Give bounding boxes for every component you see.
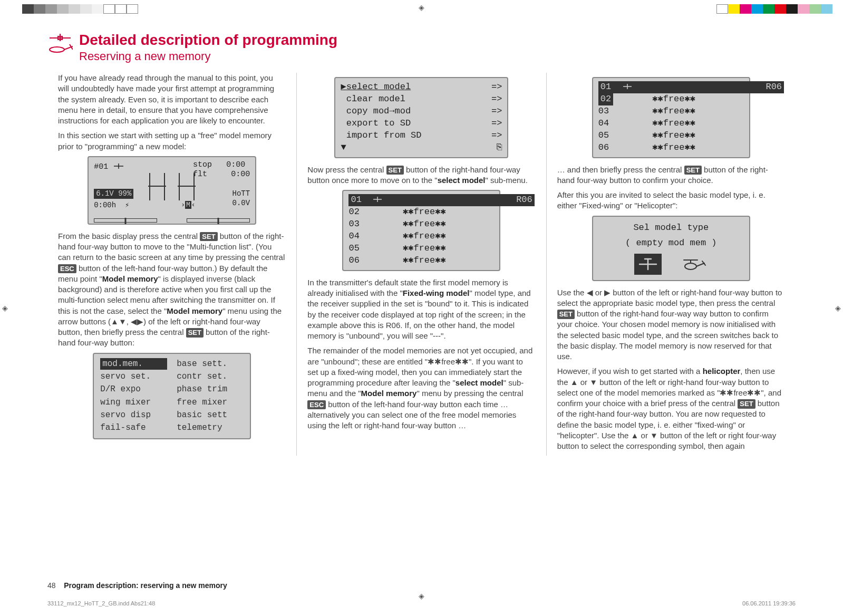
- footer: 48 Program description: reserving a new …: [47, 581, 227, 590]
- menu-item: wing mixer: [100, 397, 167, 408]
- column-2: ▶select model=> clear model=> copy mod→m…: [297, 73, 546, 456]
- menu-item: basic sett: [177, 409, 244, 421]
- print-file: 33112_mx12_HoTT_2_GB.indd Abs21:48: [47, 600, 155, 607]
- basic-slot: #01: [94, 162, 108, 171]
- basic-battery: 6.1V 99%: [94, 189, 133, 199]
- page-title: Detailed description of programming: [79, 32, 337, 49]
- stick-right-icon: [179, 173, 195, 200]
- screen-select-model-list: 01 R0602 ✱✱free✱✱ 03 ✱✱free✱✱ 04 ✱✱free✱…: [342, 190, 500, 271]
- basic-m-icon: ›M‹: [181, 200, 195, 210]
- helicopter-type-icon: [681, 254, 708, 275]
- basic-stop-lbl: stop: [193, 160, 212, 169]
- col3-p3: Use the ◀ or ▶ button of the left or rig…: [557, 287, 785, 362]
- col1-p2: In this section we start with setting up…: [58, 130, 286, 152]
- color-swatches-right: [716, 4, 832, 14]
- set-badge: SET: [186, 328, 204, 338]
- menu-item: base sett.: [177, 358, 244, 370]
- menu-item: mod.mem.: [100, 358, 167, 370]
- type-line2: ( empty mod mem ): [598, 237, 744, 249]
- page-subtitle: Reserving a new memory: [79, 50, 337, 63]
- menu-item: telemetry: [177, 422, 244, 434]
- col1-p1: If you have already read through the man…: [58, 73, 286, 126]
- set-badge: SET: [738, 399, 755, 409]
- svg-point-15: [685, 263, 696, 270]
- menu-item: D/R expo: [100, 383, 167, 395]
- screen-select-model-list-highlighted: 01 R0602 ✱✱free✱✱ 03 ✱✱free✱✱ 04 ✱✱free✱…: [592, 77, 750, 158]
- col2-p1: Now press the central SET button of the …: [307, 165, 535, 186]
- set-badge: SET: [386, 166, 404, 175]
- registration-mark-right: ◈: [835, 304, 841, 312]
- color-swatches-left: [11, 4, 138, 14]
- svg-point-3: [50, 47, 64, 52]
- basic-flt-val: 0:00: [231, 170, 250, 179]
- menu-item: contr set.: [177, 371, 244, 382]
- set-badge: SET: [200, 232, 217, 242]
- col1-p3: From the basic display press the central…: [58, 231, 286, 349]
- menu-item: fail-safe: [100, 422, 167, 434]
- basic-stop-val: 0:00: [226, 160, 245, 169]
- esc-badge: ESC: [307, 400, 326, 410]
- trim-right-icon: [187, 218, 250, 223]
- esc-badge: ESC: [58, 264, 76, 274]
- col3-p2: After this you are invited to select the…: [557, 190, 785, 211]
- basic-hott: HoTT: [232, 189, 250, 198]
- registration-mark-left: ◈: [2, 304, 8, 312]
- set-badge: SET: [557, 310, 575, 319]
- col2-p3: The remainder of the model memories are …: [307, 345, 535, 431]
- screen-sel-model-type: Sel model type ( empty mod mem ): [592, 216, 750, 281]
- print-metadata: 33112_mx12_HoTT_2_GB.indd Abs21:48 06.06…: [47, 600, 796, 607]
- set-badge: SET: [684, 166, 702, 175]
- col3-p4: However, if you wish to get started with…: [557, 366, 785, 451]
- col3-p1: … and then briefly press the central SET…: [557, 165, 785, 186]
- column-3: 01 R0602 ✱✱free✱✱ 03 ✱✱free✱✱ 04 ✱✱free✱…: [547, 73, 796, 456]
- stick-left-icon: [149, 173, 165, 200]
- basic-flt-lbl: flt: [193, 170, 207, 179]
- basic-volt: 0.0V: [232, 198, 250, 208]
- footer-title: Program description: reserving a new mem…: [64, 581, 227, 590]
- svg-line-19: [702, 261, 705, 265]
- trim-left-icon: [94, 218, 157, 223]
- menu-item: phase trim: [177, 383, 244, 395]
- basic-time: 0:00h: [94, 201, 116, 209]
- model-type-icons: [47, 34, 73, 57]
- column-1: If you have already read through the man…: [47, 73, 297, 456]
- fixedwing-type-icon: [634, 254, 662, 275]
- svg-line-18: [696, 263, 704, 266]
- menu-item: servo set.: [100, 371, 167, 382]
- col2-p2: In the transmitter's default state the f…: [307, 277, 535, 342]
- page-number: 48: [47, 581, 56, 590]
- registration-mark-top: ◈: [419, 3, 424, 12]
- menu-item: free mixer: [177, 397, 244, 408]
- screen-multi-function-list: mod.mem.base sett.servo set.contr set.D/…: [93, 353, 251, 439]
- screen-basic-display: #01 stop 0:00 flt 0:00 6.1V 99% 0:00h ⚡ …: [88, 156, 256, 225]
- print-date: 06.06.2011 19:39:36: [742, 600, 796, 607]
- registration-mark-bottom: ◈: [419, 592, 424, 600]
- screen-model-memory-menu: ▶select model=> clear model=> copy mod→m…: [334, 77, 508, 158]
- type-line1: Sel model type: [598, 222, 744, 234]
- menu-item: servo disp: [100, 409, 167, 421]
